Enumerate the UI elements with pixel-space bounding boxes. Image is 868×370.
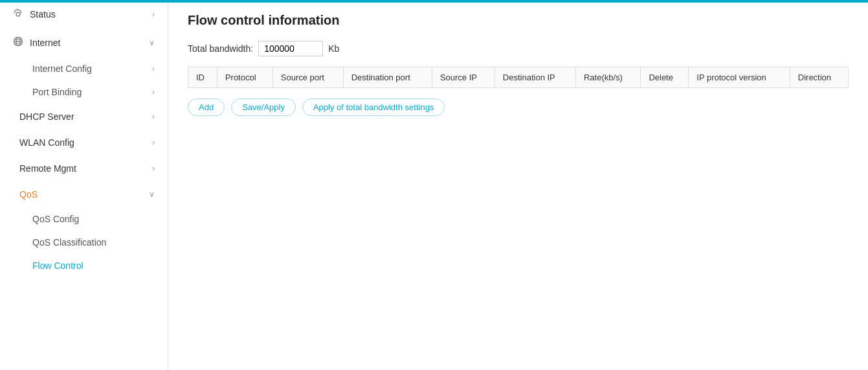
bandwidth-row: Total bandwidth: Kb [188,41,849,56]
sidebar-item-status-label: Status [30,9,56,19]
sidebar-item-port-binding[interactable]: Port Binding › [0,80,168,104]
dhcp-chevron: › [152,112,155,121]
sidebar: Status › Internet ∨ Internet Config › Po… [0,0,168,370]
sidebar-item-qos[interactable]: QoS ∨ [0,181,168,207]
status-chevron: › [152,10,155,19]
sidebar-item-flow-control[interactable]: Flow Control [0,254,168,277]
sidebar-item-qos-config[interactable]: QoS Config [0,207,168,231]
apply-bandwidth-button[interactable]: Apply of total bandwidth settings [302,98,445,116]
sidebar-item-dhcp-label: DHCP Server [19,111,74,122]
bandwidth-label: Total bandwidth: [188,43,253,54]
qos-config-label: QoS Config [32,214,79,224]
flow-table: ID Protocol Source port Destination port… [188,67,849,88]
internet-chevron: ∨ [149,38,155,47]
sidebar-item-status[interactable]: Status › [0,0,168,29]
add-button[interactable]: Add [188,98,225,116]
table-header-row: ID Protocol Source port Destination port… [188,67,849,88]
sidebar-item-internet[interactable]: Internet ∨ [0,29,168,57]
col-source-port: Source port [273,67,343,88]
col-dest-port: Destination port [343,67,432,88]
col-id: ID [188,67,217,88]
sidebar-item-qos-classification[interactable]: QoS Classification [0,231,168,254]
save-apply-button[interactable]: Save/Apply [231,98,296,116]
qos-chevron: ∨ [149,190,155,199]
col-delete: Delete [641,67,689,88]
sidebar-item-qos-label: QoS [19,189,38,200]
qos-classification-label: QoS Classification [32,237,106,248]
button-row: Add Save/Apply Apply of total bandwidth … [188,98,849,116]
bandwidth-input[interactable] [258,41,323,56]
internet-config-chevron: › [152,64,155,73]
col-source-ip: Source IP [432,67,495,88]
bandwidth-unit: Kb [328,43,339,54]
remote-mgmt-chevron: › [152,164,155,173]
col-ip-protocol: IP protocol version [689,67,790,88]
sidebar-item-remote-mgmt[interactable]: Remote Mgmt › [0,156,168,181]
flow-control-label: Flow Control [32,260,83,271]
port-binding-chevron: › [152,87,155,97]
col-dest-ip: Destination IP [495,67,575,88]
wlan-chevron: › [152,138,155,147]
top-bar [0,0,868,3]
sidebar-item-dhcp[interactable]: DHCP Server › [0,104,168,130]
status-icon [13,8,23,21]
page-title: Flow control information [188,13,849,28]
col-direction: Direction [790,67,848,88]
col-protocol: Protocol [217,67,273,88]
sidebar-item-wlan[interactable]: WLAN Config › [0,130,168,156]
svg-point-0 [16,12,20,16]
sidebar-item-internet-config[interactable]: Internet Config › [0,57,168,80]
sidebar-item-remote-mgmt-label: Remote Mgmt [19,163,76,174]
main-content: Flow control information Total bandwidth… [168,0,868,370]
sidebar-item-wlan-label: WLAN Config [19,137,74,148]
internet-config-label: Internet Config [32,64,92,74]
col-rate: Rate(kb/s) [575,67,640,88]
port-binding-label: Port Binding [32,87,82,97]
internet-icon [13,36,23,49]
sidebar-item-internet-label: Internet [30,38,60,48]
